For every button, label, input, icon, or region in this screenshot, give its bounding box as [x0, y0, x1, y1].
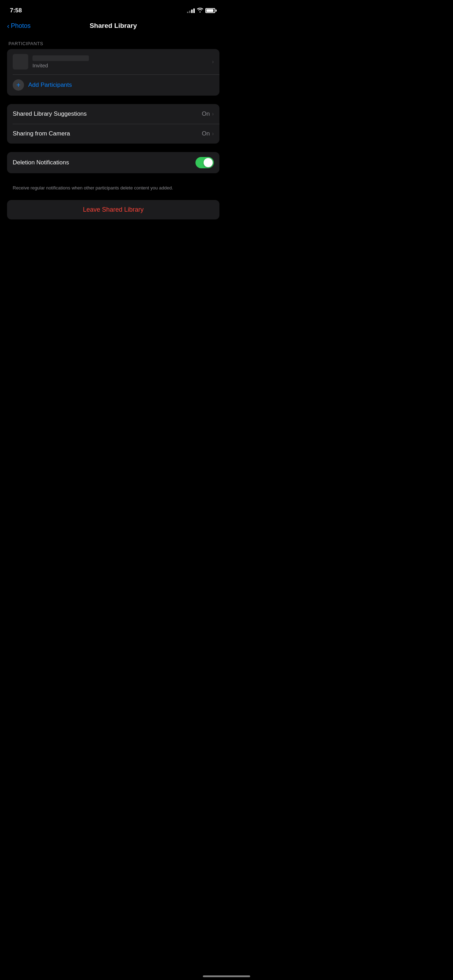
add-participants-button[interactable]: + Add Participants — [7, 75, 219, 95]
deletion-notifications-row[interactable]: Deletion Notifications — [7, 152, 219, 173]
shared-library-suggestions-label: Shared Library Suggestions — [13, 110, 202, 118]
content: PARTICIPANTS Invited › + Add Participant… — [0, 35, 227, 234]
shared-library-suggestions-row[interactable]: Shared Library Suggestions On › — [7, 104, 219, 124]
status-icons — [187, 8, 217, 14]
participant-status: Invited — [32, 62, 212, 68]
leave-shared-library-group: Leave Shared Library — [7, 200, 219, 220]
deletion-notifications-toggle[interactable] — [196, 157, 214, 168]
chevron-right-icon: › — [212, 130, 214, 137]
deletion-notifications-footer: Receive regular notifications when other… — [7, 182, 219, 192]
status-bar: 7:58 — [0, 0, 227, 19]
back-button[interactable]: ‹ Photos — [7, 22, 31, 30]
participants-list: Invited › + Add Participants — [7, 49, 219, 95]
sharing-from-camera-row[interactable]: Sharing from Camera On › — [7, 124, 219, 143]
plus-icon: + — [16, 81, 21, 89]
back-label: Photos — [11, 22, 31, 30]
nav-bar: ‹ Photos Shared Library — [0, 19, 227, 35]
participant-name-redacted — [32, 56, 89, 61]
toggle-knob — [203, 158, 213, 167]
status-time: 7:58 — [10, 7, 22, 14]
signal-icon — [187, 8, 195, 13]
wifi-icon — [197, 8, 203, 14]
add-icon-circle: + — [13, 80, 24, 91]
shared-library-suggestions-value: On — [202, 110, 210, 118]
chevron-right-icon: › — [212, 111, 214, 117]
sharing-from-camera-label: Sharing from Camera — [13, 130, 202, 137]
sharing-from-camera-value: On — [202, 130, 210, 137]
chevron-right-icon: › — [212, 59, 214, 65]
battery-icon — [205, 8, 217, 13]
page-title: Shared Library — [90, 22, 137, 30]
participant-row[interactable]: Invited › — [7, 49, 219, 75]
deletion-notifications-label: Deletion Notifications — [13, 159, 196, 166]
participants-section-label: PARTICIPANTS — [7, 41, 219, 46]
leave-shared-library-button[interactable]: Leave Shared Library — [7, 200, 219, 220]
participant-avatar — [13, 54, 28, 70]
back-chevron-icon: ‹ — [7, 22, 10, 29]
deletion-notifications-group: Deletion Notifications — [7, 152, 219, 173]
leave-shared-library-label: Leave Shared Library — [83, 206, 144, 213]
add-participants-label: Add Participants — [28, 81, 72, 89]
library-settings-list: Shared Library Suggestions On › Sharing … — [7, 104, 219, 143]
